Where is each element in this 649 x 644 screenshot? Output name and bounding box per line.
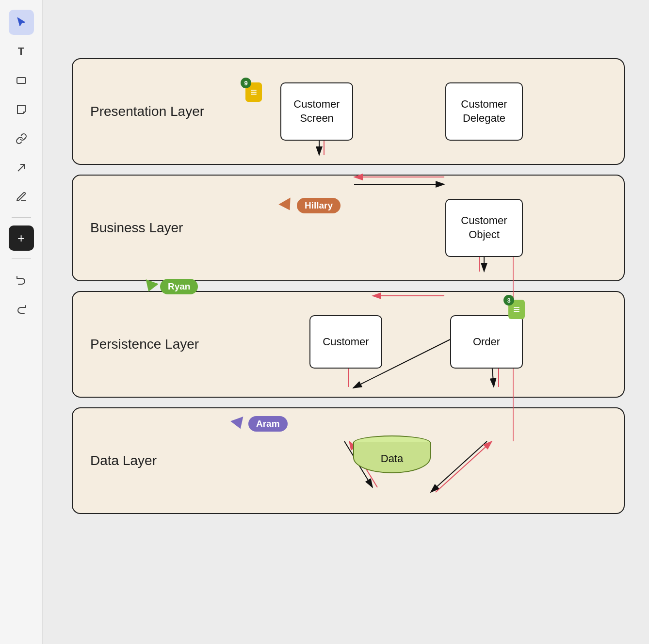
cursor-aram: Aram — [232, 416, 288, 432]
data-layer-label: Data Layer — [90, 453, 157, 468]
sticky-badge-3: 3 — [503, 295, 514, 306]
cursor-aram-arrow — [230, 417, 247, 431]
cylinder-data[interactable]: Data — [353, 435, 431, 479]
text-tool[interactable]: T — [9, 39, 34, 64]
layer-business: Business Layer — [72, 175, 625, 281]
cursor-ryan-arrow — [142, 279, 159, 294]
svg-rect-0 — [17, 78, 26, 83]
pen-tool[interactable] — [9, 184, 34, 209]
sticky-note-9[interactable]: 9 ≡ — [245, 82, 262, 102]
sticky-note-tool[interactable] — [9, 97, 34, 122]
svg-line-1 — [18, 164, 25, 171]
rectangle-tool[interactable] — [9, 68, 34, 93]
box-customer-object[interactable]: Customer Object — [445, 199, 523, 257]
box-customer[interactable]: Customer — [309, 315, 382, 369]
sticky-note-3[interactable]: 3 ≡ — [508, 300, 525, 319]
sidebar-divider — [12, 217, 31, 218]
sticky-badge-9: 9 — [241, 78, 251, 88]
cursor-tool[interactable] — [9, 10, 34, 35]
cursor-ryan-label: Ryan — [160, 279, 198, 294]
persistence-layer-label: Persistence Layer — [90, 337, 199, 352]
cursor-hillary-label: Hillary — [297, 198, 341, 213]
cursor-hillary-arrow — [278, 197, 295, 213]
redo-tool[interactable] — [9, 296, 34, 321]
box-order[interactable]: Order — [450, 315, 523, 369]
presentation-layer-label: Presentation Layer — [90, 104, 204, 119]
canvas[interactable]: Presentation Layer Business Layer Persis… — [43, 0, 649, 644]
arrow-tool[interactable] — [9, 155, 34, 180]
link-tool[interactable] — [9, 126, 34, 151]
cylinder-label: Data — [353, 452, 431, 465]
cursor-ryan: Ryan — [144, 279, 198, 294]
business-layer-label: Business Layer — [90, 220, 183, 236]
sidebar-divider-2 — [12, 258, 31, 259]
cursor-aram-label: Aram — [248, 416, 288, 432]
cursor-hillary: Hillary — [280, 198, 341, 213]
undo-tool[interactable] — [9, 267, 34, 292]
sidebar: T + — [0, 0, 43, 644]
diagram: Presentation Layer Business Layer Persis… — [72, 29, 625, 611]
box-customer-delegate[interactable]: Customer Delegate — [445, 82, 523, 141]
layer-data: Data Layer — [72, 407, 625, 514]
add-tool[interactable]: + — [9, 225, 34, 251]
box-customer-screen[interactable]: Customer Screen — [280, 82, 353, 141]
